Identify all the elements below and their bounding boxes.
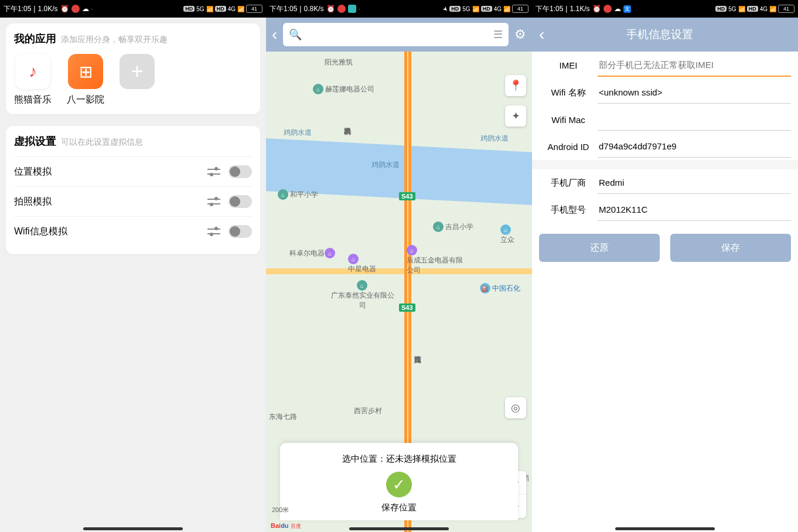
toggle-location[interactable] — [229, 165, 252, 178]
highway-badge: S43 — [399, 303, 415, 312]
android-id-input[interactable] — [598, 135, 791, 158]
music-icon: ♪ — [15, 54, 50, 89]
save-location-label: 保存位置 — [286, 502, 512, 513]
brand-label: 手机厂商 — [539, 178, 598, 189]
locate-button[interactable]: ◎ — [505, 397, 526, 418]
poi-label: 西罟步村 — [354, 406, 382, 416]
sliders-icon[interactable] — [207, 226, 220, 237]
cloud-icon: ☁ — [82, 5, 89, 13]
add-app-button[interactable]: + — [120, 54, 155, 106]
my-apps-title: 我的应用 — [14, 32, 56, 46]
app-icon — [348, 5, 356, 13]
dot-icon: · — [91, 5, 93, 13]
setting-label: Wifi信息模拟 — [14, 226, 67, 238]
layers-button[interactable]: ✦ — [505, 105, 526, 127]
status-time: 下午1:05 — [4, 4, 31, 14]
model-input[interactable] — [598, 199, 791, 221]
search-box[interactable]: 🔍 ☰ — [283, 23, 509, 46]
cloud-icon: ☁ — [614, 5, 621, 13]
alarm-icon: ⏰ — [326, 5, 335, 13]
confirm-check-icon[interactable]: ✓ — [386, 472, 412, 497]
status-speed: 0.8K/s — [303, 5, 323, 13]
search-icon: 🔍 — [289, 28, 302, 41]
record-icon — [337, 5, 346, 13]
poi-label: ⌂中星电器 — [348, 254, 376, 274]
hd-icon-2: HD — [481, 6, 492, 12]
back-button[interactable]: ‹ — [539, 25, 544, 44]
highway-badge: S43 — [399, 192, 415, 200]
hd-icon: HD — [449, 6, 461, 12]
poi-label: ⌂立众 — [500, 224, 514, 245]
river-label: 鸡鹆水道 — [284, 128, 312, 138]
android-id-row: Android ID — [532, 133, 798, 160]
sliders-icon[interactable] — [207, 166, 220, 177]
wifi-mac-row: Wifi Mac — [532, 106, 798, 133]
poi-label: ⌂赫莲娜电器公司 — [313, 84, 374, 94]
my-apps-card: 我的应用 添加应用分身，畅享双开乐趣 ♪ 熊猫音乐 ⊞ 八一影院 + — [6, 23, 260, 114]
poi-label: ⛽中国石化 — [480, 283, 520, 294]
wifi-name-input[interactable] — [598, 81, 791, 104]
imei-input[interactable] — [598, 54, 791, 77]
poi-label: ⌂吉昌小学 — [433, 221, 473, 232]
setting-location-sim: 位置模拟 — [14, 156, 252, 186]
river-label: 鸡鹆水道 — [371, 160, 400, 170]
dot-icon: · — [359, 5, 360, 13]
record-icon — [71, 5, 80, 13]
virtual-settings-subtitle: 可以在此设置虚拟信息 — [61, 137, 143, 148]
status-time: 下午1:05 — [536, 4, 563, 14]
location-sheet: 选中位置：还未选择模拟位置 ✓ 保存位置 — [280, 443, 518, 520]
alarm-icon: ⏰ — [592, 5, 601, 13]
river-label: 鸡鹆水道 — [480, 134, 509, 144]
gear-icon[interactable]: ⚙ — [514, 27, 526, 42]
hd-icon: HD — [715, 6, 727, 12]
pin-button[interactable]: 📍 — [505, 75, 526, 96]
app-label: 熊猫音乐 — [14, 94, 52, 106]
nav-pill[interactable] — [615, 527, 715, 530]
signal-4g-icon: 4G — [494, 6, 502, 12]
toggle-wifi[interactable] — [229, 225, 252, 238]
model-label: 手机型号 — [539, 204, 598, 216]
status-speed: 1.0K/s — [37, 5, 57, 13]
road — [266, 268, 532, 274]
signal-5g-icon: 5G — [462, 6, 470, 12]
status-bar: 下午1:05 | 1.0K/s ⏰ ☁ · HD 5G📶 HD 4G📶 41 — [0, 0, 266, 18]
wifi-name-row: Wifi 名称 — [532, 79, 798, 106]
map-canvas[interactable]: S43 S43 阳光雅筑 ⌂赫莲娜电器公司 鸡鹆水道 鸡鹆水道 鸡鹆水道 鸡鹆水… — [266, 52, 532, 532]
sliders-icon[interactable] — [207, 196, 220, 207]
save-button[interactable]: 保存 — [670, 234, 791, 262]
setting-wifi-sim: Wifi信息模拟 — [14, 216, 252, 246]
toggle-photo[interactable] — [229, 195, 252, 208]
nav-pill[interactable] — [349, 527, 449, 530]
nav-pill[interactable] — [83, 527, 183, 530]
hd-icon-2: HD — [215, 6, 226, 12]
selected-location-text: 选中位置：还未选择模拟位置 — [286, 453, 512, 465]
signal-4g-icon: 4G — [228, 6, 236, 12]
brand-row: 手机厂商 — [532, 169, 798, 196]
app-bayi-cinema[interactable]: ⊞ 八一影院 — [67, 54, 104, 106]
signal-5g-icon: 5G — [728, 6, 736, 12]
page-title: 手机信息设置 — [544, 27, 791, 42]
wifi-mac-input[interactable] — [598, 108, 791, 131]
search-input[interactable] — [306, 30, 489, 40]
status-bar: 下午1:05 | 1.1K/s ⏰ ☁ 支 HD 5G📶 HD 4G📶 41 — [532, 0, 798, 18]
setting-label: 位置模拟 — [14, 166, 52, 178]
status-time: 下午1:05 — [270, 4, 297, 14]
imei-row: IMEI — [532, 52, 798, 79]
model-row: 手机型号 — [532, 196, 798, 223]
status-speed: 1.1K/s — [569, 5, 589, 13]
reset-button[interactable]: 还原 — [539, 234, 660, 262]
imei-label: IMEI — [539, 60, 598, 70]
poi-label: ⌂广东泰然实业有限公司 — [330, 280, 395, 311]
app-panda-music[interactable]: ♪ 熊猫音乐 — [14, 54, 52, 106]
brand-input[interactable] — [598, 172, 791, 194]
poi-label: 科卓尔电器⌂ — [289, 248, 337, 258]
hd-icon: HD — [183, 6, 195, 12]
scale-label: 200米 — [272, 506, 289, 514]
poi-label: 东海七路 — [269, 412, 297, 422]
list-icon[interactable]: ☰ — [493, 28, 503, 41]
alarm-icon: ⏰ — [60, 5, 69, 13]
battery-icon: 41 — [512, 5, 528, 13]
baidu-logo: Baidu 百度 — [271, 522, 301, 530]
back-button[interactable]: ‹ — [272, 25, 277, 44]
hd-icon-2: HD — [747, 6, 758, 12]
